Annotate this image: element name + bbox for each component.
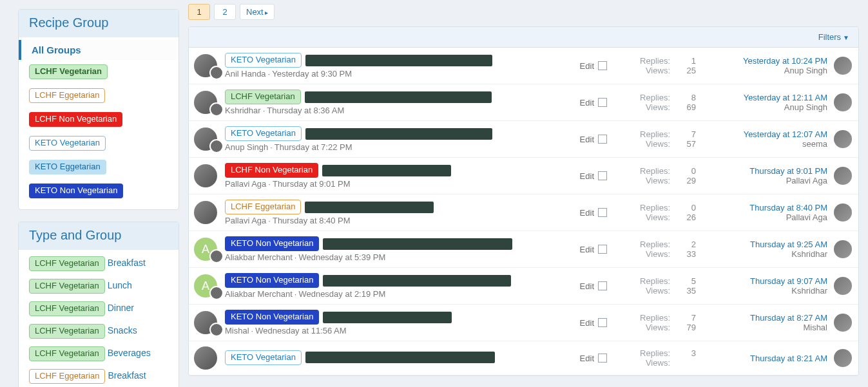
group-badge[interactable]: KETO Non Vegetarian bbox=[29, 184, 123, 198]
thread-avatar[interactable]: A bbox=[194, 238, 222, 261]
thread-tag[interactable]: KETO Vegetarian bbox=[225, 126, 302, 141]
thread-row[interactable]: AKETO Non VegetarianAliakbar Merchant·We… bbox=[189, 231, 858, 268]
thread-row[interactable]: KETO VegetarianAnup Singh·Thursday at 7:… bbox=[189, 121, 858, 158]
last-post[interactable]: Thursday at 8:40 PMPallavi Aga bbox=[705, 203, 827, 222]
thread-avatar[interactable] bbox=[194, 127, 222, 151]
group-all-link[interactable]: All Groups bbox=[32, 44, 81, 55]
page-button[interactable]: 1 bbox=[188, 4, 210, 20]
thread-tag[interactable]: KETO Non Vegetarian bbox=[225, 273, 319, 288]
thread-title[interactable] bbox=[323, 312, 452, 323]
thread-row[interactable]: LCHF EggetarianPallavi Aga·Thursday at 8… bbox=[189, 194, 858, 231]
group-badge[interactable]: KETO Eggetarian bbox=[29, 160, 106, 175]
edit-link[interactable]: Edit bbox=[580, 135, 594, 144]
thread-avatar[interactable] bbox=[194, 311, 222, 334]
group-item[interactable]: LCHF Vegetarian bbox=[19, 60, 178, 84]
select-checkbox[interactable] bbox=[598, 245, 607, 254]
edit-link[interactable]: Edit bbox=[580, 354, 594, 363]
select-checkbox[interactable] bbox=[598, 354, 607, 363]
last-post-avatar[interactable] bbox=[834, 349, 852, 367]
edit-link[interactable]: Edit bbox=[580, 318, 594, 328]
group-badge[interactable]: LCHF Eggetarian bbox=[29, 88, 105, 103]
thread-row[interactable]: LCHF Non VegetarianPallavi Aga·Thursday … bbox=[189, 158, 858, 194]
thread-tag[interactable]: KETO Vegetarian bbox=[225, 53, 302, 68]
last-post[interactable]: Thursday at 9:25 AMKshridhar bbox=[705, 240, 827, 259]
last-post[interactable]: Yesterday at 10:24 PMAnup Singh bbox=[705, 56, 827, 75]
group-item[interactable]: KETO Vegetarian bbox=[19, 131, 178, 155]
thread-avatar[interactable] bbox=[194, 201, 222, 224]
type-meal-link[interactable]: Breakfast bbox=[108, 258, 146, 268]
type-item[interactable]: LCHF VegetarianBreakfast bbox=[19, 252, 178, 275]
thread-row[interactable]: AKETO Non VegetarianAliakbar Merchant·We… bbox=[189, 268, 858, 305]
thread-title[interactable] bbox=[305, 91, 492, 103]
last-post[interactable]: Thursday at 8:21 AM bbox=[705, 354, 827, 363]
thread-title[interactable] bbox=[305, 352, 495, 363]
last-post[interactable]: Thursday at 9:01 PMPallavi Aga bbox=[705, 166, 827, 185]
thread-row[interactable]: KETO VegetarianEditReplies:3Views:Thursd… bbox=[189, 341, 858, 375]
edit-link[interactable]: Edit bbox=[580, 208, 594, 218]
type-meal-link[interactable]: Snacks bbox=[108, 325, 137, 335]
last-post-avatar[interactable] bbox=[834, 314, 852, 332]
type-meal-link[interactable]: Breakfast bbox=[108, 370, 146, 381]
thread-avatar[interactable] bbox=[194, 91, 222, 114]
last-post-avatar[interactable] bbox=[834, 57, 852, 75]
type-item[interactable]: LCHF VegetarianSnacks bbox=[19, 320, 178, 343]
select-checkbox[interactable] bbox=[598, 208, 607, 217]
last-post[interactable]: Yesterday at 12:11 AMAnup Singh bbox=[705, 93, 827, 112]
select-checkbox[interactable] bbox=[598, 171, 607, 180]
last-post-avatar[interactable] bbox=[834, 277, 852, 295]
type-meal-link[interactable]: Beverages bbox=[108, 348, 151, 358]
thread-title[interactable] bbox=[305, 202, 434, 213]
group-badge[interactable]: KETO Vegetarian bbox=[29, 136, 106, 151]
last-post-avatar[interactable] bbox=[834, 93, 852, 111]
thread-tag[interactable]: KETO Non Vegetarian bbox=[225, 310, 319, 325]
thread-avatar[interactable] bbox=[194, 346, 222, 370]
edit-link[interactable]: Edit bbox=[580, 61, 594, 71]
thread-row[interactable]: KETO VegetarianAnil Handa·Yesterday at 9… bbox=[189, 48, 858, 84]
type-item[interactable]: LCHF VegetarianLunch bbox=[19, 275, 178, 297]
select-checkbox[interactable] bbox=[598, 61, 607, 70]
thread-tag[interactable]: LCHF Eggetarian bbox=[225, 200, 301, 214]
last-post-avatar[interactable] bbox=[834, 240, 852, 258]
select-checkbox[interactable] bbox=[598, 318, 607, 327]
type-item[interactable]: LCHF VegetarianBeverages bbox=[19, 343, 178, 365]
group-all[interactable]: All Groups bbox=[19, 40, 178, 60]
thread-tag[interactable]: KETO Vegetarian bbox=[225, 350, 302, 365]
last-post[interactable]: Thursday at 8:27 AMMishal bbox=[705, 313, 827, 332]
thread-title[interactable] bbox=[323, 275, 511, 287]
select-checkbox[interactable] bbox=[598, 281, 607, 290]
last-post-avatar[interactable] bbox=[834, 203, 852, 222]
thread-row[interactable]: LCHF VegetarianKshridhar·Thursday at 8:3… bbox=[189, 84, 858, 121]
type-item[interactable]: LCHF VegetarianDinner bbox=[19, 297, 178, 320]
thread-row[interactable]: KETO Non VegetarianMishal·Wednesday at 1… bbox=[189, 305, 858, 341]
group-item[interactable]: KETO Non Vegetarian bbox=[19, 179, 178, 203]
last-post-avatar[interactable] bbox=[834, 130, 852, 148]
group-item[interactable]: LCHF Non Vegetarian bbox=[19, 108, 178, 131]
last-post[interactable]: Yesterday at 12:07 AMseema bbox=[705, 129, 827, 149]
thread-tag[interactable]: KETO Non Vegetarian bbox=[225, 236, 319, 251]
edit-link[interactable]: Edit bbox=[580, 245, 594, 254]
type-item[interactable]: LCHF EggetarianBreakfast bbox=[19, 365, 178, 387]
type-meal-link[interactable]: Dinner bbox=[108, 303, 134, 313]
last-post[interactable]: Thursday at 9:07 AMKshridhar bbox=[705, 276, 827, 296]
thread-tag[interactable]: LCHF Non Vegetarian bbox=[225, 163, 318, 178]
thread-tag[interactable]: LCHF Vegetarian bbox=[225, 90, 301, 104]
filters-toggle[interactable]: Filters▼ bbox=[189, 27, 858, 48]
thread-title[interactable] bbox=[305, 128, 492, 140]
thread-avatar[interactable]: A bbox=[194, 274, 222, 297]
next-page-button[interactable]: Next▸ bbox=[240, 4, 275, 20]
edit-link[interactable]: Edit bbox=[580, 171, 594, 181]
group-badge[interactable]: LCHF Non Vegetarian bbox=[29, 112, 122, 127]
thread-title[interactable] bbox=[323, 238, 512, 250]
select-checkbox[interactable] bbox=[598, 135, 607, 144]
group-item[interactable]: KETO Eggetarian bbox=[19, 155, 178, 179]
page-button[interactable]: 2 bbox=[214, 4, 236, 20]
type-meal-link[interactable]: Lunch bbox=[108, 280, 132, 290]
select-checkbox[interactable] bbox=[598, 98, 607, 107]
group-item[interactable]: LCHF Eggetarian bbox=[19, 84, 178, 108]
group-badge[interactable]: LCHF Vegetarian bbox=[29, 64, 108, 79]
thread-title[interactable] bbox=[322, 165, 451, 176]
edit-link[interactable]: Edit bbox=[580, 281, 594, 291]
edit-link[interactable]: Edit bbox=[580, 98, 594, 108]
thread-avatar[interactable] bbox=[194, 164, 222, 187]
last-post-avatar[interactable] bbox=[834, 167, 852, 185]
